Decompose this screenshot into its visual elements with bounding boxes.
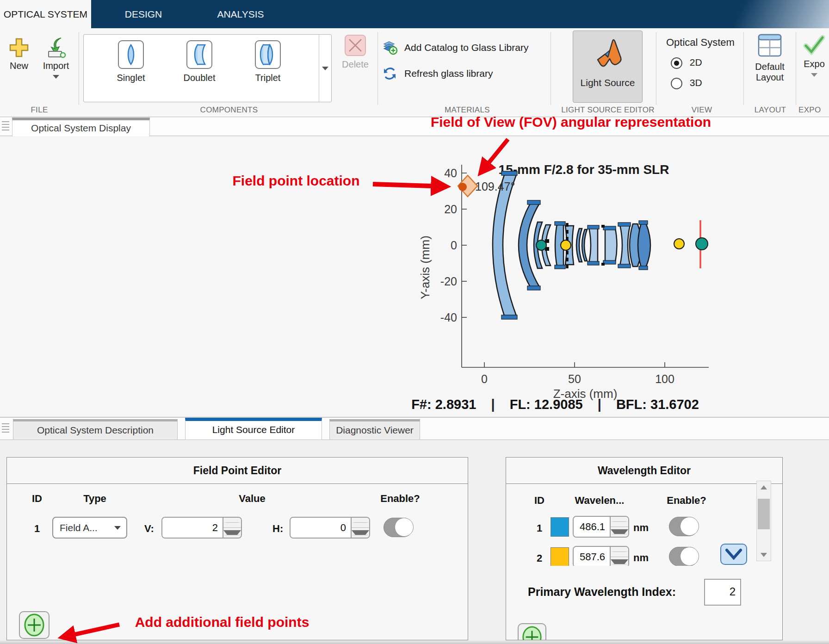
ribbon-tabbar: OPTICAL SYSTEM DESIGN ANALYSIS <box>0 0 829 28</box>
wavelength-spinner[interactable]: 587.6 <box>573 546 629 566</box>
add-field-point-button[interactable] <box>19 611 49 639</box>
col-type: Type <box>62 493 127 505</box>
annotation-field-point: Field point location <box>223 173 369 189</box>
wavelength-color-swatch[interactable] <box>551 547 569 566</box>
col-id: ID <box>21 493 53 505</box>
h-value-spinner[interactable]: 0 <box>290 517 370 539</box>
add-wavelength-button[interactable] <box>518 623 546 640</box>
col-enable: Enable? <box>363 493 437 505</box>
svg-text:-20: -20 <box>440 275 457 288</box>
check-icon <box>803 35 825 55</box>
delete-button[interactable]: Delete <box>340 34 370 70</box>
section-label-components: COMPONENTS <box>93 105 365 115</box>
primary-wavelength-input[interactable]: 2 <box>704 579 741 606</box>
tab-design[interactable]: DESIGN <box>103 0 184 28</box>
panel-drag-handle-icon[interactable] <box>2 121 9 132</box>
add-catalog-button[interactable]: Add Catalog to Glass Library <box>382 40 528 55</box>
doublet-button[interactable]: Doublet <box>167 40 232 83</box>
section-label-export: EXPO <box>798 105 829 115</box>
wavelength-editor: Wavelength Editor ID Wavelen... Enable? … <box>506 457 783 640</box>
section-label-materials: MATERIALS <box>407 105 527 115</box>
wavelength-picker-button[interactable] <box>720 544 747 565</box>
components-gallery-expand[interactable] <box>319 35 331 102</box>
chart-title: 15-mm F/2.8 for 35-mm SLR <box>499 162 669 177</box>
spinner-down-icon[interactable] <box>352 528 369 538</box>
wavelength-scrollbar[interactable] <box>756 481 771 561</box>
svg-text:0: 0 <box>481 372 488 385</box>
radio-3d[interactable]: 3D <box>671 77 702 89</box>
optical-readouts: F#: 2.8931 | FL: 12.9085 | BFL: 31.6702 <box>379 397 731 412</box>
svg-text:50: 50 <box>568 372 581 385</box>
ribbon: New Import FILE Singlet <box>0 28 829 117</box>
radio-2d[interactable]: 2D <box>671 57 702 69</box>
wavelength-enable-toggle[interactable] <box>669 517 699 536</box>
wavelength-row-id: 2 <box>530 552 549 564</box>
f-number-value: 2.8931 <box>435 397 476 412</box>
panel-drag-handle-icon[interactable] <box>2 423 9 434</box>
spinner-down-icon[interactable] <box>611 557 628 566</box>
refresh-glass-library-button[interactable]: Refresh glass library <box>382 66 493 81</box>
import-button[interactable]: Import <box>38 37 74 79</box>
green-plus-icon <box>521 625 543 640</box>
doublet-lens-icon <box>186 40 212 69</box>
divider <box>656 32 656 105</box>
glass-catalog-icon <box>382 40 398 55</box>
spinner-down-icon[interactable] <box>611 527 628 537</box>
wavelength-rows-viewport: 1 486.1 nm 2 587.6 nm <box>506 513 756 566</box>
lens-elements <box>493 171 650 319</box>
import-dropdown-caret[interactable] <box>53 75 59 79</box>
lens-layout-chart[interactable]: 40 20 0 -20 -40 0 50 100 Y-axis (mm) Z-a… <box>0 136 829 417</box>
spinner-down-icon[interactable] <box>223 528 241 538</box>
divider <box>796 32 796 105</box>
tab-analysis[interactable]: ANALYSIS <box>200 0 281 28</box>
singlet-button[interactable]: Singlet <box>99 40 163 83</box>
section-label-view: VIEW <box>662 105 741 115</box>
spinner-up-icon[interactable] <box>611 547 628 557</box>
plus-icon <box>8 37 30 59</box>
radio-3d-circle-icon <box>671 78 682 89</box>
new-button[interactable]: New <box>3 37 35 71</box>
field-type-dropdown[interactable]: Field A... <box>52 517 127 539</box>
tab-optical-system[interactable]: OPTICAL SYSTEM <box>0 0 91 28</box>
scroll-up-icon[interactable] <box>757 481 771 493</box>
scrollbar-thumb[interactable] <box>758 499 770 529</box>
svg-text:100: 100 <box>655 372 674 385</box>
col-wavelength: Wavelen... <box>563 495 637 507</box>
triplet-button[interactable]: Triplet <box>235 40 300 83</box>
annotation-add-points: Add additional field points <box>124 614 320 630</box>
field-point-editor-title: Field Point Editor <box>7 458 468 484</box>
spinner-up-icon[interactable] <box>611 517 628 527</box>
app-window: OPTICAL SYSTEM DESIGN ANALYSIS New Impor… <box>0 0 829 644</box>
view-group-title: Optical System <box>666 37 735 49</box>
wavelength-color-swatch[interactable] <box>551 517 569 537</box>
wavelength-spinner[interactable]: 486.1 <box>573 516 629 538</box>
h-label: H: <box>272 523 283 535</box>
unit-label: nm <box>633 522 649 534</box>
export-button[interactable]: Expo <box>799 35 829 77</box>
tab-optical-system-display[interactable]: Optical System Display <box>12 118 150 136</box>
field-point-enable-toggle[interactable] <box>384 518 413 537</box>
singlet-lens-icon <box>118 40 144 69</box>
spinner-up-icon[interactable] <box>223 518 241 528</box>
tab-diagnostic-viewer[interactable]: Diagnostic Viewer <box>329 419 420 440</box>
col-id: ID <box>523 495 556 507</box>
svg-text:40: 40 <box>444 167 457 180</box>
field-point-dot[interactable] <box>458 183 467 191</box>
wavelength-enable-toggle[interactable] <box>669 547 699 566</box>
spinner-up-icon[interactable] <box>352 518 369 528</box>
section-label-file: FILE <box>0 105 79 115</box>
light-source-button[interactable]: Light Source <box>573 31 643 103</box>
tab-light-source-editor[interactable]: Light Source Editor <box>185 418 322 440</box>
scroll-down-icon[interactable] <box>757 549 771 561</box>
tab-optical-system-description[interactable]: Optical System Description <box>13 419 178 440</box>
col-enable: Enable? <box>650 495 724 507</box>
import-icon <box>44 37 68 59</box>
export-dropdown-caret[interactable] <box>811 73 817 77</box>
triplet-lens-icon <box>255 40 281 69</box>
fov-angle-value: 109.47° <box>475 180 515 193</box>
v-value-spinner[interactable]: 2 <box>161 517 242 539</box>
default-layout-button[interactable]: Default Layout <box>750 34 789 83</box>
window-bottom-edge <box>0 640 829 644</box>
divider <box>743 32 744 105</box>
chevron-down-icon <box>114 526 121 530</box>
